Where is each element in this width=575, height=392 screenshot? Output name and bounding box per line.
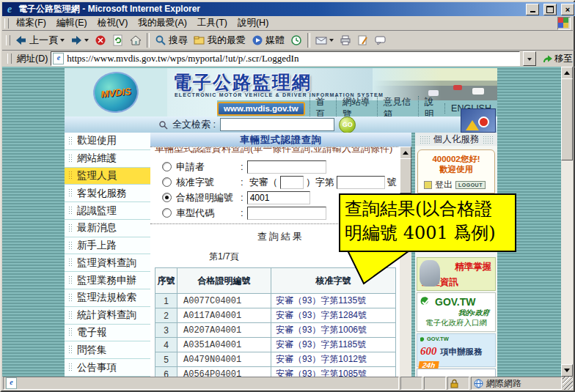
magnifier-icon bbox=[158, 120, 168, 130]
mvdis-logo[interactable]: MVDIS bbox=[65, 68, 167, 117]
row-number-cell: 2 bbox=[155, 308, 177, 323]
table-row: 3A0207A04001安審（93）字第1006號 bbox=[155, 323, 396, 338]
mail-dropdown-icon[interactable] bbox=[329, 39, 334, 44]
home-button[interactable] bbox=[127, 33, 144, 48]
address-dropdown-button[interactable] bbox=[523, 51, 536, 66]
radio-model[interactable] bbox=[162, 208, 172, 218]
search-go-button[interactable]: GO bbox=[339, 117, 356, 133]
discuss-button[interactable] bbox=[372, 33, 389, 48]
dots-decoration bbox=[68, 136, 73, 146]
up-arrow-icon bbox=[564, 68, 570, 75]
browser-scrollbar[interactable] bbox=[561, 67, 573, 377]
edit-icon bbox=[357, 34, 369, 46]
sidebar-item[interactable]: 監理法規檢索 bbox=[65, 289, 150, 307]
services-text: 項申辦服務 bbox=[440, 347, 483, 356]
nav-sitemap[interactable]: 網站導覽 bbox=[336, 96, 377, 117]
approval-number-input[interactable] bbox=[337, 176, 385, 189]
approval-number-link[interactable]: 安審（93）字第1006號 bbox=[276, 325, 367, 335]
scroll-up-button[interactable] bbox=[400, 147, 411, 159]
go-button[interactable]: 移至 bbox=[539, 53, 575, 65]
menu-file[interactable]: 檔案(F) bbox=[11, 16, 51, 30]
menu-help[interactable]: 說明(H) bbox=[232, 16, 274, 30]
approval-mid: ）字第 bbox=[306, 176, 334, 189]
dots-decoration bbox=[68, 275, 73, 285]
media-label: 媒體 bbox=[265, 34, 285, 47]
info-promo-banner[interactable]: 精準掌握 監理資訊 bbox=[417, 257, 496, 291]
sidebar-item[interactable]: 電子報 bbox=[65, 325, 150, 342]
sidebar-item[interactable]: 網站維護 bbox=[65, 150, 150, 168]
resize-grip[interactable] bbox=[563, 377, 573, 390]
applicant-input[interactable] bbox=[247, 160, 326, 174]
table-row: 4A0351A04001安審（93）字第1185號 bbox=[155, 338, 396, 352]
refresh-button[interactable] bbox=[109, 33, 127, 48]
certificate-label: 合格證明編號 bbox=[176, 191, 241, 204]
table-row: 1A0077C04001安審（93）字第1135號 bbox=[155, 294, 396, 308]
back-button[interactable]: 上一頁 bbox=[12, 32, 67, 48]
scroll-up-button[interactable] bbox=[561, 67, 573, 79]
search-button[interactable]: 搜尋 bbox=[152, 32, 191, 48]
sidebar-item[interactable]: 歡迎使用 bbox=[65, 133, 150, 150]
menu-favorites[interactable]: 我的最愛(A) bbox=[133, 16, 192, 30]
sidebar-item[interactable]: 客製化服務 bbox=[65, 185, 150, 202]
logout-button[interactable]: LOGOUT bbox=[455, 181, 486, 189]
nav-feedback[interactable]: 意見信箱 bbox=[377, 96, 418, 117]
media-button[interactable]: 媒體 bbox=[249, 32, 288, 48]
forward-button[interactable] bbox=[67, 33, 92, 48]
stop-button[interactable] bbox=[92, 33, 109, 48]
edit-button[interactable] bbox=[354, 33, 372, 48]
dots-decoration bbox=[68, 188, 73, 198]
services-line: 600 項申辦服務 bbox=[417, 342, 495, 358]
approval-year-input[interactable] bbox=[280, 176, 304, 189]
certificate-input[interactable] bbox=[247, 191, 310, 204]
model-input[interactable] bbox=[247, 207, 326, 220]
fulltext-search-input[interactable] bbox=[220, 118, 334, 131]
sidebar-item[interactable]: 統計資料查詢 bbox=[65, 307, 150, 325]
dots-decoration bbox=[68, 258, 73, 267]
history-button[interactable] bbox=[288, 33, 305, 48]
menu-tools[interactable]: 工具(T) bbox=[192, 16, 232, 30]
callout-line2: 明編號 4001 爲例) bbox=[345, 221, 510, 245]
maximize-button[interactable] bbox=[543, 4, 557, 15]
sidebar-item[interactable]: 問答集 bbox=[65, 341, 150, 359]
approval-number-link[interactable]: 安審（93）字第1135號 bbox=[276, 295, 366, 306]
approval-number-link[interactable]: 安審（93）字第1284號 bbox=[276, 310, 367, 320]
sidebar-item[interactable]: 認識監理 bbox=[65, 202, 150, 220]
radio-applicant[interactable] bbox=[162, 162, 172, 171]
minimize-button[interactable] bbox=[526, 4, 539, 15]
approval-number-link[interactable]: 安審（93）字第1185號 bbox=[276, 339, 366, 350]
back-dropdown-icon[interactable] bbox=[60, 39, 65, 44]
sidebar-item[interactable]: 公告事項 bbox=[65, 359, 150, 377]
toolbar-grip[interactable] bbox=[4, 18, 9, 29]
nav-help[interactable]: 說明 bbox=[418, 96, 444, 117]
header-cert: 合格證明編號 bbox=[177, 268, 271, 294]
sidebar-item[interactable]: 最新消息 bbox=[65, 220, 150, 237]
close-button[interactable]: × bbox=[561, 4, 574, 15]
search-icon bbox=[155, 34, 166, 46]
dots-decoration bbox=[68, 311, 73, 320]
menu-view[interactable]: 檢視(V) bbox=[92, 16, 133, 30]
forward-dropdown-icon[interactable] bbox=[84, 39, 89, 44]
mail-button[interactable] bbox=[312, 33, 337, 48]
dots-decoration bbox=[483, 136, 493, 144]
dots-decoration bbox=[68, 345, 73, 355]
nav-home[interactable]: 首頁 bbox=[310, 96, 336, 117]
print-button[interactable] bbox=[337, 33, 354, 48]
scrollbar-thumb[interactable] bbox=[400, 158, 411, 193]
sidebar-item[interactable]: 監理資料查詢 bbox=[65, 254, 150, 272]
address-input[interactable]: e https://www.mvdis.gov.tw/wps/myportal/… bbox=[51, 51, 520, 66]
radio-certificate-selected[interactable] bbox=[162, 193, 172, 202]
sidebar-item[interactable]: 新手上路 bbox=[65, 237, 150, 255]
menu-edit[interactable]: 編輯(E) bbox=[51, 16, 92, 30]
sidebar-item[interactable]: 監理業務申辦 bbox=[65, 272, 150, 289]
toolbar-grip[interactable] bbox=[7, 53, 12, 64]
services-banner[interactable]: GOV.TW 600 項申辦服務 24h bbox=[417, 333, 496, 367]
sidebar-item-label: 最新消息 bbox=[77, 221, 117, 234]
scrollbar-thumb[interactable] bbox=[561, 78, 573, 160]
radio-approval[interactable] bbox=[162, 177, 172, 187]
toolbar-grip[interactable] bbox=[6, 35, 10, 45]
approval-number-link[interactable]: 安審（93）字第1012號 bbox=[276, 354, 367, 364]
favorites-button[interactable]: 我的最愛 bbox=[191, 32, 249, 48]
callout-tail bbox=[341, 248, 422, 286]
sidebar-item[interactable]: 監理人員 bbox=[65, 168, 150, 185]
egov-banner[interactable]: GOV.TW 我的e政府 電子化政府入口網 bbox=[417, 292, 496, 332]
